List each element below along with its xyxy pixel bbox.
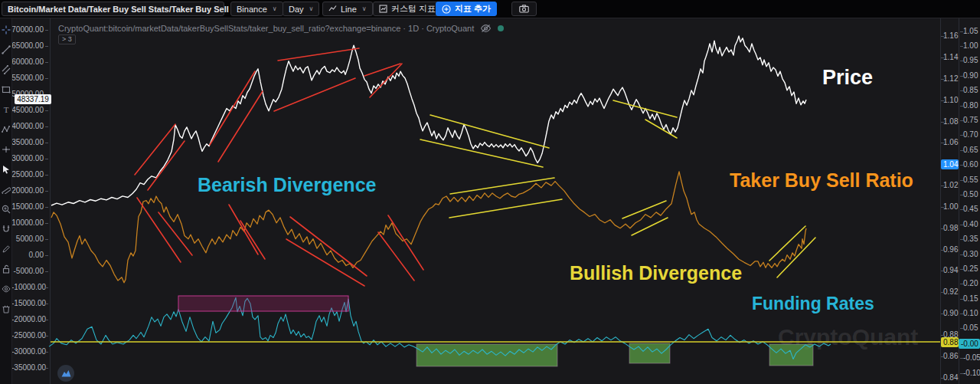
metric-breadcrumb: Bitcoin/Market Data/Taker Buy Sell Stats… bbox=[8, 5, 252, 14]
top-toolbar: Bitcoin/Market Data/Taker Buy Sell Stats… bbox=[0, 0, 980, 18]
chevron-down-icon: ∨ bbox=[273, 5, 277, 12]
chart-plot-area[interactable] bbox=[0, 0, 980, 384]
trend-line-icon[interactable] bbox=[1, 44, 11, 55]
interval-dropdown-label: Day bbox=[289, 5, 304, 14]
bearish-divergence-label: Bearish Divergence bbox=[198, 174, 376, 196]
interval-dropdown[interactable]: Day∨ bbox=[283, 2, 319, 16]
bearish-trend-line[interactable] bbox=[229, 205, 258, 254]
last-value-tag: 0.88 bbox=[941, 337, 959, 347]
chart-header: CryptoQuant:bitcoin/marketData/takerBuyS… bbox=[58, 24, 504, 33]
bearish-trend-line[interactable] bbox=[148, 141, 185, 190]
parallel-channel-icon[interactable] bbox=[1, 64, 11, 75]
bullish-divergence-label: Bullish Divergence bbox=[570, 262, 742, 284]
status-dot bbox=[498, 25, 504, 31]
forecast-line-icon[interactable] bbox=[1, 144, 11, 155]
add-indicator-button[interactable]: 지표 추가 bbox=[436, 2, 497, 16]
funding-rates-label: Funding Rates bbox=[752, 294, 874, 314]
bullish-trend-line[interactable] bbox=[430, 115, 549, 148]
rectangle-icon[interactable] bbox=[1, 84, 11, 95]
eye-icon[interactable] bbox=[1, 284, 11, 294]
drawing-toolbar: T bbox=[0, 18, 12, 384]
bearish-trend-line[interactable] bbox=[388, 215, 423, 270]
chart-type-dropdown-label: Line bbox=[341, 5, 357, 14]
ruler-icon[interactable] bbox=[1, 184, 11, 195]
bearish-trend-line[interactable] bbox=[218, 91, 263, 162]
bearish-trend-line[interactable] bbox=[364, 64, 400, 76]
price-label: Price bbox=[822, 66, 873, 90]
bearish-trend-line[interactable] bbox=[286, 239, 364, 286]
chevron-down-icon: ∨ bbox=[362, 5, 367, 12]
bearish-trend-line[interactable] bbox=[274, 78, 355, 111]
exchange-dropdown-label: Binance bbox=[237, 5, 267, 14]
last-value-tag: -0.00 bbox=[959, 339, 980, 349]
funding-high-zone-box[interactable] bbox=[178, 296, 348, 311]
cryptoquant-chart-app: Bitcoin/Market Data/Taker Buy Sell Stats… bbox=[0, 0, 980, 384]
bearish-trend-line[interactable] bbox=[278, 48, 359, 61]
chart-type-dropdown[interactable]: Line∨ bbox=[322, 2, 373, 16]
custom-indicator-button[interactable]: 커스텀 지표 bbox=[373, 2, 442, 16]
bearish-trend-line[interactable] bbox=[290, 217, 367, 276]
series-price[interactable] bbox=[51, 36, 806, 205]
funding-negative-zone-box[interactable] bbox=[629, 343, 670, 363]
last-value-tag: 48337.19 bbox=[15, 94, 51, 104]
chart-style-button[interactable] bbox=[57, 365, 74, 382]
metric-search-box[interactable]: Bitcoin/Market Data/Taker Buy Sell Stats… bbox=[2, 2, 224, 16]
add-indicator-label: 지표 추가 bbox=[455, 3, 491, 15]
exchange-dropdown[interactable]: Binance∨ bbox=[230, 2, 283, 16]
circled-plus-icon bbox=[442, 5, 451, 14]
custom-indicator-icon bbox=[379, 5, 387, 13]
unlock-icon[interactable] bbox=[1, 264, 11, 274]
magnet-icon[interactable] bbox=[1, 224, 11, 235]
arrow-cursor-icon[interactable] bbox=[1, 164, 11, 175]
chevron-down-icon: ∨ bbox=[309, 5, 314, 12]
bearish-trend-line[interactable] bbox=[137, 198, 181, 262]
crosshair-icon[interactable] bbox=[1, 25, 11, 35]
series-count-badge[interactable]: > 3 bbox=[58, 34, 76, 44]
xabcd-pattern-icon[interactable] bbox=[1, 124, 11, 135]
camera-icon bbox=[519, 5, 529, 13]
last-value-tag: 1.04 bbox=[941, 159, 959, 169]
text-tool-icon[interactable]: T bbox=[1, 104, 11, 115]
zoom-in-icon[interactable] bbox=[1, 204, 11, 215]
chart-source-title: CryptoQuant:bitcoin/marketData/takerBuyS… bbox=[58, 24, 474, 33]
svg-text:T: T bbox=[3, 105, 8, 114]
custom-indicator-label: 커스텀 지표 bbox=[391, 3, 436, 15]
trash-icon[interactable] bbox=[1, 304, 11, 314]
line-chart-icon bbox=[328, 5, 337, 13]
eye-hidden-icon[interactable] bbox=[480, 24, 492, 33]
bearish-trend-line[interactable] bbox=[378, 232, 414, 281]
bearish-trend-line[interactable] bbox=[240, 221, 265, 259]
taker-ratio-label: Taker Buy Sell Ratio bbox=[730, 169, 913, 192]
bearish-trend-line[interactable] bbox=[135, 124, 175, 175]
bullish-trend-line[interactable] bbox=[777, 238, 815, 277]
bearish-trend-line[interactable] bbox=[210, 71, 255, 145]
screenshot-button[interactable] bbox=[511, 2, 537, 16]
draw-pencil-icon[interactable] bbox=[1, 244, 11, 254]
bullish-trend-line[interactable] bbox=[613, 100, 677, 117]
bullish-trend-line[interactable] bbox=[449, 199, 562, 218]
mountain-chart-icon bbox=[61, 369, 71, 377]
funding-negative-zone-box[interactable] bbox=[416, 344, 557, 366]
bullish-trend-line[interactable] bbox=[632, 218, 668, 235]
